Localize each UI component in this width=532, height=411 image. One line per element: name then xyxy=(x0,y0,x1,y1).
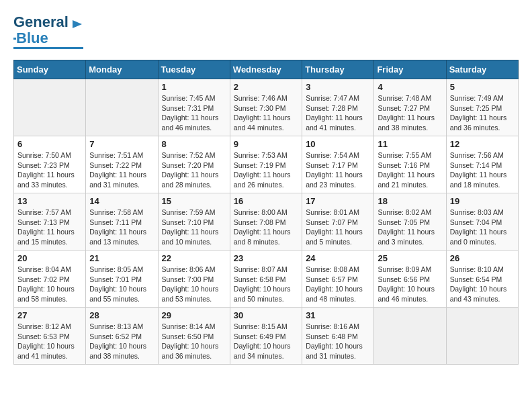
calendar-week-row: 27Sunrise: 8:12 AM Sunset: 6:53 PM Dayli… xyxy=(14,308,519,365)
day-number: 3 xyxy=(306,82,370,92)
day-number: 23 xyxy=(234,253,298,263)
calendar-cell: 26Sunrise: 8:10 AM Sunset: 6:54 PM Dayli… xyxy=(446,250,518,308)
calendar-cell xyxy=(446,308,518,365)
day-info: Sunrise: 8:01 AM Sunset: 7:07 PM Dayligh… xyxy=(306,208,370,247)
day-number: 25 xyxy=(378,253,442,263)
logo-blue: Blue xyxy=(16,31,48,46)
day-info: Sunrise: 7:57 AM Sunset: 7:13 PM Dayligh… xyxy=(17,208,82,247)
day-info: Sunrise: 8:15 AM Sunset: 6:49 PM Dayligh… xyxy=(234,322,298,361)
day-number: 27 xyxy=(17,310,82,320)
day-info: Sunrise: 8:03 AM Sunset: 7:04 PM Dayligh… xyxy=(450,208,515,247)
calendar-cell: 10Sunrise: 7:54 AM Sunset: 7:17 PM Dayli… xyxy=(302,136,374,193)
day-number: 9 xyxy=(234,139,298,149)
calendar-cell: 2Sunrise: 7:46 AM Sunset: 7:30 PM Daylig… xyxy=(230,79,302,136)
day-number: 11 xyxy=(378,139,442,149)
day-number: 15 xyxy=(162,196,226,206)
day-number: 24 xyxy=(306,253,370,263)
logo-arrow-icon xyxy=(73,19,83,30)
calendar-cell: 16Sunrise: 8:00 AM Sunset: 7:08 PM Dayli… xyxy=(230,193,302,250)
calendar-week-row: 20Sunrise: 8:04 AM Sunset: 7:02 PM Dayli… xyxy=(14,250,519,308)
day-number: 6 xyxy=(17,139,82,149)
day-info: Sunrise: 7:58 AM Sunset: 7:11 PM Dayligh… xyxy=(89,208,154,247)
calendar-cell: 20Sunrise: 8:04 AM Sunset: 7:02 PM Dayli… xyxy=(14,250,86,308)
calendar-cell: 13Sunrise: 7:57 AM Sunset: 7:13 PM Dayli… xyxy=(14,193,86,250)
day-info: Sunrise: 7:55 AM Sunset: 7:16 PM Dayligh… xyxy=(378,150,442,190)
calendar-cell: 18Sunrise: 8:02 AM Sunset: 7:05 PM Dayli… xyxy=(374,193,446,250)
day-info: Sunrise: 7:59 AM Sunset: 7:10 PM Dayligh… xyxy=(162,208,226,247)
calendar-cell: 19Sunrise: 8:03 AM Sunset: 7:04 PM Dayli… xyxy=(446,193,518,250)
logo-general: General xyxy=(13,13,69,30)
day-info: Sunrise: 7:45 AM Sunset: 7:31 PM Dayligh… xyxy=(162,93,226,133)
weekday-header-tuesday: Tuesday xyxy=(158,60,230,79)
day-number: 20 xyxy=(17,253,82,263)
calendar-cell: 25Sunrise: 8:09 AM Sunset: 6:56 PM Dayli… xyxy=(374,250,446,308)
day-number: 2 xyxy=(234,82,298,92)
calendar-cell: 4Sunrise: 7:48 AM Sunset: 7:27 PM Daylig… xyxy=(374,79,446,136)
calendar-table: SundayMondayTuesdayWednesdayThursdayFrid… xyxy=(13,60,519,365)
logo-underline xyxy=(13,47,83,49)
day-number: 16 xyxy=(234,196,298,206)
day-info: Sunrise: 7:49 AM Sunset: 7:25 PM Dayligh… xyxy=(450,93,515,133)
calendar-week-row: 1Sunrise: 7:45 AM Sunset: 7:31 PM Daylig… xyxy=(14,79,519,136)
day-number: 26 xyxy=(450,253,515,263)
calendar-cell: 15Sunrise: 7:59 AM Sunset: 7:10 PM Dayli… xyxy=(158,193,230,250)
calendar-cell: 14Sunrise: 7:58 AM Sunset: 7:11 PM Dayli… xyxy=(86,193,158,250)
day-number: 31 xyxy=(306,310,370,320)
day-info: Sunrise: 8:12 AM Sunset: 6:53 PM Dayligh… xyxy=(17,322,82,361)
day-info: Sunrise: 7:46 AM Sunset: 7:30 PM Dayligh… xyxy=(234,93,298,133)
day-number: 13 xyxy=(17,196,82,206)
calendar-cell: 9Sunrise: 7:53 AM Sunset: 7:19 PM Daylig… xyxy=(230,136,302,193)
day-info: Sunrise: 7:48 AM Sunset: 7:27 PM Dayligh… xyxy=(378,93,442,133)
calendar-cell: 1Sunrise: 7:45 AM Sunset: 7:31 PM Daylig… xyxy=(158,79,230,136)
calendar-cell: 29Sunrise: 8:14 AM Sunset: 6:50 PM Dayli… xyxy=(158,308,230,365)
day-number: 17 xyxy=(306,196,370,206)
calendar-cell: 23Sunrise: 8:07 AM Sunset: 6:58 PM Dayli… xyxy=(230,250,302,308)
calendar-cell xyxy=(14,79,86,136)
weekday-header-thursday: Thursday xyxy=(302,60,374,79)
weekday-header-row: SundayMondayTuesdayWednesdayThursdayFrid… xyxy=(14,60,519,79)
calendar-cell xyxy=(374,308,446,365)
calendar-cell: 22Sunrise: 8:06 AM Sunset: 7:00 PM Dayli… xyxy=(158,250,230,308)
calendar-cell: 11Sunrise: 7:55 AM Sunset: 7:16 PM Dayli… xyxy=(374,136,446,193)
day-info: Sunrise: 8:02 AM Sunset: 7:05 PM Dayligh… xyxy=(378,208,442,247)
day-number: 19 xyxy=(450,196,515,206)
weekday-header-wednesday: Wednesday xyxy=(230,60,302,79)
calendar-cell: 30Sunrise: 8:15 AM Sunset: 6:49 PM Dayli… xyxy=(230,308,302,365)
day-number: 30 xyxy=(234,310,298,320)
day-number: 28 xyxy=(89,310,154,320)
day-info: Sunrise: 8:06 AM Sunset: 7:00 PM Dayligh… xyxy=(162,265,226,304)
day-number: 1 xyxy=(162,82,226,92)
calendar-week-row: 6Sunrise: 7:50 AM Sunset: 7:23 PM Daylig… xyxy=(14,136,519,193)
day-info: Sunrise: 8:09 AM Sunset: 6:56 PM Dayligh… xyxy=(378,265,442,304)
day-info: Sunrise: 8:16 AM Sunset: 6:48 PM Dayligh… xyxy=(306,322,370,361)
calendar-cell: 27Sunrise: 8:12 AM Sunset: 6:53 PM Dayli… xyxy=(14,308,86,365)
day-info: Sunrise: 7:54 AM Sunset: 7:17 PM Dayligh… xyxy=(306,150,370,190)
calendar-week-row: 13Sunrise: 7:57 AM Sunset: 7:13 PM Dayli… xyxy=(14,193,519,250)
day-info: Sunrise: 8:08 AM Sunset: 6:57 PM Dayligh… xyxy=(306,265,370,304)
day-info: Sunrise: 8:04 AM Sunset: 7:02 PM Dayligh… xyxy=(17,265,82,304)
day-info: Sunrise: 8:10 AM Sunset: 6:54 PM Dayligh… xyxy=(450,265,515,304)
svg-marker-0 xyxy=(73,20,82,28)
day-number: 7 xyxy=(89,139,154,149)
day-info: Sunrise: 7:56 AM Sunset: 7:14 PM Dayligh… xyxy=(450,150,515,190)
weekday-header-friday: Friday xyxy=(374,60,446,79)
weekday-header-saturday: Saturday xyxy=(446,60,518,79)
calendar-cell: 6Sunrise: 7:50 AM Sunset: 7:23 PM Daylig… xyxy=(14,136,86,193)
weekday-header-sunday: Sunday xyxy=(14,60,86,79)
day-info: Sunrise: 7:50 AM Sunset: 7:23 PM Dayligh… xyxy=(17,150,82,190)
day-info: Sunrise: 8:00 AM Sunset: 7:08 PM Dayligh… xyxy=(234,208,298,247)
day-number: 5 xyxy=(450,82,515,92)
day-number: 10 xyxy=(306,139,370,149)
day-number: 12 xyxy=(450,139,515,149)
day-info: Sunrise: 7:52 AM Sunset: 7:20 PM Dayligh… xyxy=(162,150,226,190)
day-info: Sunrise: 8:05 AM Sunset: 7:01 PM Dayligh… xyxy=(89,265,154,304)
day-number: 14 xyxy=(89,196,154,206)
calendar-cell: 8Sunrise: 7:52 AM Sunset: 7:20 PM Daylig… xyxy=(158,136,230,193)
calendar-cell: 17Sunrise: 8:01 AM Sunset: 7:07 PM Dayli… xyxy=(302,193,374,250)
calendar-cell: 28Sunrise: 8:13 AM Sunset: 6:52 PM Dayli… xyxy=(86,308,158,365)
calendar-cell: 21Sunrise: 8:05 AM Sunset: 7:01 PM Dayli… xyxy=(86,250,158,308)
day-info: Sunrise: 8:07 AM Sunset: 6:58 PM Dayligh… xyxy=(234,265,298,304)
weekday-header-monday: Monday xyxy=(86,60,158,79)
day-number: 8 xyxy=(162,139,226,149)
calendar-cell: 24Sunrise: 8:08 AM Sunset: 6:57 PM Dayli… xyxy=(302,250,374,308)
